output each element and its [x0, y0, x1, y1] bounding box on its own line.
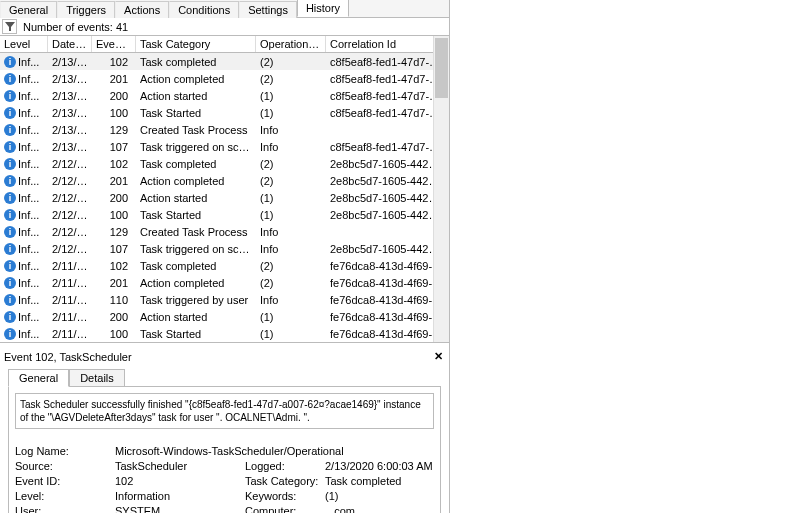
column-header[interactable]: Correlation Id: [326, 36, 433, 52]
taskcat-value: Task completed: [325, 475, 455, 487]
category-cell: Action completed: [136, 276, 256, 290]
column-header[interactable]: Operational Code: [256, 36, 326, 52]
level-cell: iInf...: [0, 140, 48, 154]
opcode-cell: (2): [256, 55, 326, 69]
user-value: SYSTEM: [115, 505, 245, 513]
opcode-cell: (1): [256, 208, 326, 222]
eventid-cell: 200: [92, 191, 136, 205]
category-cell: Task Started: [136, 208, 256, 222]
correlation-cell: 2e8bc5d7-1605-442f-...: [326, 157, 433, 171]
info-icon: i: [4, 192, 16, 204]
correlation-cell: 2e8bc5d7-1605-442f-...: [326, 242, 433, 256]
date-cell: 2/12/2...: [48, 157, 92, 171]
keywords-label: Keywords:: [245, 490, 325, 502]
info-icon: i: [4, 124, 16, 136]
column-header[interactable]: Date a...: [48, 36, 92, 52]
opcode-cell: Info: [256, 293, 326, 307]
column-header[interactable]: Task Category: [136, 36, 256, 52]
detail-tab-general[interactable]: General: [8, 369, 69, 387]
scrollbar-thumb[interactable]: [435, 38, 448, 98]
opcode-cell: (2): [256, 174, 326, 188]
date-cell: 2/11/2...: [48, 259, 92, 273]
level-cell: iInf...: [0, 174, 48, 188]
log-name-value: Microsoft-Windows-TaskScheduler/Operatio…: [115, 445, 455, 457]
detail-titlebar: Event 102, TaskScheduler ✕: [0, 348, 449, 366]
table-row[interactable]: iInf...2/12/2...102Task completed(2)2e8b…: [0, 155, 433, 172]
table-row[interactable]: iInf...2/13/2...100Task Started(1)c8f5ea…: [0, 104, 433, 121]
date-cell: 2/12/2...: [48, 191, 92, 205]
level-label: Level:: [15, 490, 115, 502]
level-cell: iInf...: [0, 276, 48, 290]
date-cell: 2/11/2...: [48, 327, 92, 341]
tab-actions[interactable]: Actions: [115, 1, 169, 18]
tab-triggers[interactable]: Triggers: [57, 1, 115, 18]
opcode-cell: (2): [256, 276, 326, 290]
table-row[interactable]: iInf...2/11/2...110Task triggered by use…: [0, 291, 433, 308]
tab-history[interactable]: History: [297, 0, 349, 17]
table-row[interactable]: iInf...2/13/2...102Task completed(2)c8f5…: [0, 53, 433, 70]
filter-icon[interactable]: [2, 19, 17, 34]
opcode-cell: (2): [256, 72, 326, 86]
computer-label: Computer:: [245, 505, 325, 513]
eventid-cell: 110: [92, 293, 136, 307]
table-row[interactable]: iInf...2/12/2...200Action started(1)2e8b…: [0, 189, 433, 206]
info-icon: i: [4, 226, 16, 238]
info-icon: i: [4, 56, 16, 68]
info-icon: i: [4, 260, 16, 272]
category-cell: Task completed: [136, 55, 256, 69]
correlation-cell: c8f5eaf8-fed1-47d7-a...: [326, 106, 433, 120]
grid-scrollbar[interactable]: [433, 36, 449, 342]
date-cell: 2/12/2...: [48, 174, 92, 188]
table-row[interactable]: iInf...2/12/2...129Created Task ProcessI…: [0, 223, 433, 240]
table-row[interactable]: iInf...2/13/2...200Action started(1)c8f5…: [0, 87, 433, 104]
info-icon: i: [4, 158, 16, 170]
table-row[interactable]: iInf...2/11/2...102Task completed(2)fe76…: [0, 257, 433, 274]
opcode-cell: (1): [256, 89, 326, 103]
column-header[interactable]: Level: [0, 36, 48, 52]
level-cell: iInf...: [0, 259, 48, 273]
table-row[interactable]: iInf...2/13/2...129Created Task ProcessI…: [0, 121, 433, 138]
correlation-cell: c8f5eaf8-fed1-47d7-a...: [326, 55, 433, 69]
eventid-cell: 201: [92, 276, 136, 290]
info-icon: i: [4, 328, 16, 340]
table-row[interactable]: iInf...2/11/2...200Action started(1)fe76…: [0, 308, 433, 325]
detail-general-panel: Task Scheduler successfully finished "{c…: [8, 386, 441, 513]
table-row[interactable]: iInf...2/12/2...100Task Started(1)2e8bc5…: [0, 206, 433, 223]
table-row[interactable]: iInf...2/13/2...201Action completed(2)c8…: [0, 70, 433, 87]
tab-general[interactable]: General: [0, 1, 57, 18]
category-cell: Task completed: [136, 157, 256, 171]
detail-subtabs: GeneralDetails: [8, 368, 441, 386]
level-cell: iInf...: [0, 293, 48, 307]
column-header[interactable]: Event...: [92, 36, 136, 52]
date-cell: 2/12/2...: [48, 242, 92, 256]
date-cell: 2/13/2...: [48, 123, 92, 137]
opcode-cell: (1): [256, 327, 326, 341]
correlation-cell: c8f5eaf8-fed1-47d7-a...: [326, 140, 433, 154]
eventid-cell: 107: [92, 140, 136, 154]
event-message: Task Scheduler successfully finished "{c…: [15, 393, 434, 429]
tab-conditions[interactable]: Conditions: [169, 1, 239, 18]
category-cell: Created Task Process: [136, 123, 256, 137]
level-cell: iInf...: [0, 242, 48, 256]
correlation-cell: fe76dca8-413d-4f69-...: [326, 259, 433, 273]
detail-tab-details[interactable]: Details: [69, 369, 125, 387]
level-cell: iInf...: [0, 123, 48, 137]
table-row[interactable]: iInf...2/13/2...107Task triggered on sch…: [0, 138, 433, 155]
date-cell: 2/13/2...: [48, 89, 92, 103]
filter-bar: Number of events: 41: [0, 18, 449, 36]
eventid-cell: 201: [92, 174, 136, 188]
table-row[interactable]: iInf...2/11/2...201Action completed(2)fe…: [0, 274, 433, 291]
opcode-cell: Info: [256, 242, 326, 256]
event-grid[interactable]: LevelDate a...Event...Task CategoryOpera…: [0, 36, 433, 342]
category-cell: Action completed: [136, 72, 256, 86]
source-value: TaskScheduler: [115, 460, 245, 472]
grid-header[interactable]: LevelDate a...Event...Task CategoryOpera…: [0, 36, 433, 53]
table-row[interactable]: iInf...2/12/2...107Task triggered on sch…: [0, 240, 433, 257]
level-cell: iInf...: [0, 191, 48, 205]
close-icon[interactable]: ✕: [431, 350, 445, 364]
table-row[interactable]: iInf...2/11/2...100Task Started(1)fe76dc…: [0, 325, 433, 342]
info-icon: i: [4, 90, 16, 102]
table-row[interactable]: iInf...2/12/2...201Action completed(2)2e…: [0, 172, 433, 189]
tab-settings[interactable]: Settings: [239, 1, 297, 18]
date-cell: 2/13/2...: [48, 106, 92, 120]
